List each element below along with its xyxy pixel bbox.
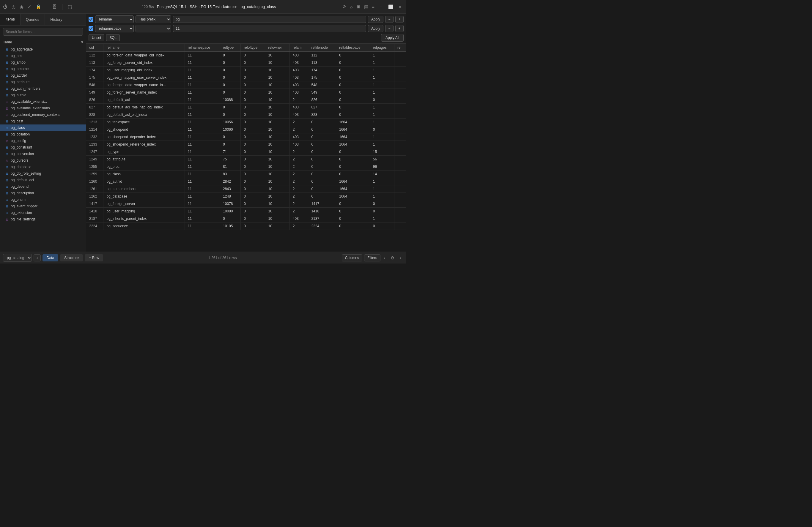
table-row[interactable]: 113pg_foreign_server_oid_index1100104031… <box>86 59 406 67</box>
col-header-reloftype[interactable]: reloftype <box>241 44 265 52</box>
db-icon[interactable]: 🗄 <box>52 4 57 9</box>
filter2-condition-select[interactable]: = <box>135 25 171 32</box>
sidebar-item-pg_cast[interactable]: ⊞ pg_cast <box>0 118 86 125</box>
filter1-add-button[interactable]: + <box>395 16 404 23</box>
profile-icon[interactable]: ◎ <box>12 4 15 10</box>
sidebar-item-pg_cursors[interactable]: ◎ pg_cursors <box>0 157 86 164</box>
filter1-condition-select[interactable]: Has prefix <box>135 15 171 23</box>
table-row[interactable]: 1259pg_class118301020014 <box>86 171 406 178</box>
table-row[interactable]: 827pg_default_acl_role_nsp_obj_index1100… <box>86 104 406 111</box>
schema-select[interactable]: pg_catalog <box>3 254 32 262</box>
table-row[interactable]: 1249pg_attribute117501020056 <box>86 156 406 163</box>
table-row[interactable]: 1260pg_authid1128420102016641 <box>86 178 406 185</box>
table-row[interactable]: 1213pg_tablespace11100560102016641 <box>86 118 406 126</box>
tab-queries[interactable]: Queries <box>20 14 45 25</box>
settings-icon-button[interactable]: ⚙ <box>389 255 396 261</box>
sidebar-item-pg_backend_memory_contexts[interactable]: ◎ pg_backend_memory_contexts <box>0 112 86 118</box>
table-row[interactable]: 174pg_user_mapping_oid_index110010403174… <box>86 67 406 74</box>
sidebar-item-pg_conversion[interactable]: ⊞ pg_conversion <box>0 151 86 157</box>
minimize-button[interactable]: − <box>378 4 384 9</box>
sidebar-item-pg_depend[interactable]: ⊞ pg_depend <box>0 183 86 190</box>
sidebar-item-pg_description[interactable]: ⊞ pg_description <box>0 190 86 196</box>
sidebar-item-pg_event_trigger[interactable]: ⊞ pg_event_trigger <box>0 203 86 209</box>
col-header-relowner[interactable]: relowner <box>265 44 290 52</box>
filter2-column-select[interactable]: relnamespace <box>95 25 134 32</box>
sidebar-item-pg_class[interactable]: ⊞ pg_class <box>0 125 86 131</box>
sidebar-item-pg_collation[interactable]: ⊞ pg_collation <box>0 131 86 137</box>
table-row[interactable]: 548pg_foreign_data_wrapper_name_in...110… <box>86 82 406 89</box>
col-header-relnamespace[interactable]: relnamespace <box>185 44 220 52</box>
filter1-checkbox[interactable] <box>89 17 93 22</box>
table-row[interactable]: 175pg_user_mapping_user_server_index1100… <box>86 74 406 82</box>
columns-button[interactable]: Columns <box>342 254 362 261</box>
bottom-tab-addrow[interactable]: + Row <box>85 254 103 261</box>
sidebar-item-pg_authid[interactable]: ⊞ pg_authid <box>0 92 86 98</box>
sidebar-item-pg_db_role_setting[interactable]: ⊞ pg_db_role_setting <box>0 170 86 177</box>
sidebar-item-pg_auth_members[interactable]: ⊞ pg_auth_members <box>0 85 86 92</box>
sidebar-item-pg_am[interactable]: ⊞ pg_am <box>0 53 86 59</box>
unset-button[interactable]: Unset <box>89 34 104 41</box>
filter2-add-button[interactable]: + <box>395 25 404 32</box>
filter1-apply-button[interactable]: Apply <box>368 16 383 23</box>
next-page-button[interactable]: › <box>398 255 403 261</box>
tab-icon[interactable]: ⬚ <box>68 4 72 10</box>
col-header-relname[interactable]: relname <box>103 44 185 52</box>
table-row[interactable]: 1247pg_type117101020015 <box>86 148 406 156</box>
table-row[interactable]: 1214pg_shdepend11100600102016640 <box>86 126 406 133</box>
bottom-tab-structure[interactable]: Structure <box>60 254 83 261</box>
table-row[interactable]: 1262pg_database1112480102016641 <box>86 193 406 200</box>
table-row[interactable]: 826pg_default_acl1110088010282600 <box>86 96 406 104</box>
table-row[interactable]: 1232pg_shdepend_depender_index1100104030… <box>86 133 406 141</box>
table-row[interactable]: 2224pg_sequence11101050102222400 <box>86 222 406 230</box>
col-header-re[interactable]: re <box>394 44 406 52</box>
filter1-column-select[interactable]: relname <box>95 15 134 23</box>
refresh-icon[interactable]: ⟳ <box>343 4 347 10</box>
sidebar-item-pg_extension[interactable]: ⊞ pg_extension <box>0 209 86 216</box>
power-icon[interactable]: ⏻ <box>3 4 8 9</box>
sidebar-item-pg_database[interactable]: ⊞ pg_database <box>0 164 86 170</box>
table-row[interactable]: 1261pg_auth_members1128430102016641 <box>86 185 406 193</box>
table-row[interactable]: 1418pg_user_mapping11100800102141800 <box>86 208 406 215</box>
layout2-icon[interactable]: ▤ <box>364 4 368 10</box>
filter1-remove-button[interactable]: − <box>385 16 393 23</box>
col-header-relam[interactable]: relam <box>290 44 308 52</box>
sidebar-section-header[interactable]: Table ▾ <box>0 38 86 46</box>
col-header-reltype[interactable]: reltype <box>220 44 241 52</box>
filter1-value-input[interactable] <box>173 16 366 23</box>
table-row[interactable]: 1417pg_foreign_server11100780102141700 <box>86 200 406 208</box>
menu-icon[interactable]: ≡ <box>372 4 375 9</box>
sidebar-item-pg_aggregate[interactable]: ⊞ pg_aggregate <box>0 46 86 53</box>
sidebar-item-pg_constraint[interactable]: ⊞ pg_constraint <box>0 144 86 151</box>
sidebar-search-input[interactable] <box>3 28 83 36</box>
col-header-relpages[interactable]: relpages <box>370 44 394 52</box>
prev-page-button[interactable]: ‹ <box>382 255 387 261</box>
table-row[interactable]: 2187pg_inherits_parent_index110010403218… <box>86 215 406 222</box>
sql-button[interactable]: SQL <box>106 34 120 41</box>
sidebar-item-pg_file_settings[interactable]: ◎ pg_file_settings <box>0 216 86 222</box>
filter2-value-input[interactable] <box>173 25 366 32</box>
tab-history[interactable]: History <box>45 14 68 25</box>
eye-icon[interactable]: ◉ <box>19 4 24 10</box>
col-header-relfilenode[interactable]: relfilenode <box>308 44 336 52</box>
col-header-reltablespace[interactable]: reltablespace <box>336 44 370 52</box>
maximize-button[interactable]: ⬜ <box>388 4 393 9</box>
table-row[interactable]: 828pg_default_acl_oid_index1100104038280… <box>86 111 406 118</box>
filter2-remove-button[interactable]: − <box>385 25 393 32</box>
lock-icon[interactable]: 🔒 <box>36 4 41 10</box>
sidebar-item-pg_available_extension_versi[interactable]: ◎ pg_available_extensi... <box>0 98 86 105</box>
sidebar-item-pg_config[interactable]: ◎ pg_config <box>0 137 86 144</box>
search-icon[interactable]: ⌕ <box>350 4 353 9</box>
table-row[interactable]: 1255pg_proc118101020096 <box>86 163 406 171</box>
table-row[interactable]: 549pg_foreign_server_name_index110010403… <box>86 89 406 96</box>
table-row[interactable]: 112pg_foreign_data_wrapper_oid_index1100… <box>86 52 406 59</box>
bottom-tab-data[interactable]: Data <box>43 254 58 261</box>
sidebar-item-pg_amop[interactable]: ⊞ pg_amop <box>0 59 86 65</box>
add-schema-button[interactable]: + <box>33 254 41 261</box>
apply-all-button[interactable]: Apply All <box>381 34 404 42</box>
filter2-checkbox[interactable] <box>89 26 93 31</box>
sidebar-item-pg_attribute[interactable]: ⊞ pg_attribute <box>0 79 86 85</box>
layout1-icon[interactable]: ▣ <box>357 4 361 10</box>
filters-button[interactable]: Filters <box>364 254 380 261</box>
tab-items[interactable]: Items <box>0 14 20 25</box>
close-button[interactable]: ✕ <box>397 4 403 9</box>
